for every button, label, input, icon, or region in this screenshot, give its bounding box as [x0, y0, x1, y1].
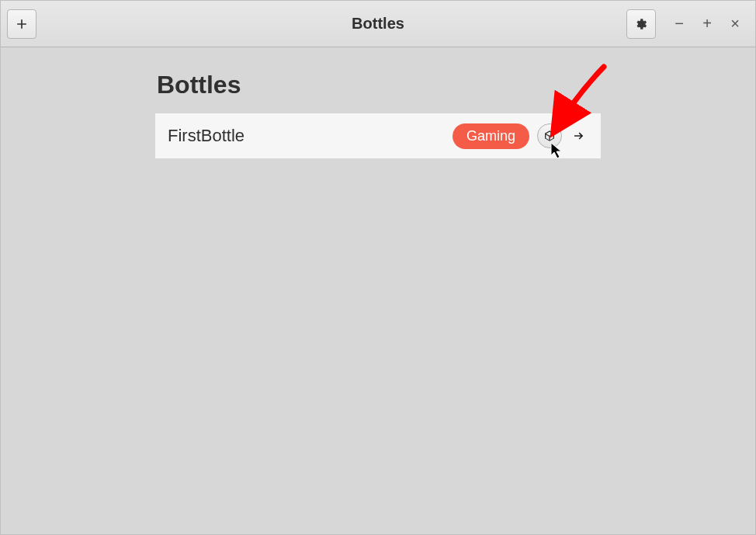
maximize-icon: + — [702, 15, 712, 33]
add-bottle-button[interactable] — [7, 9, 36, 39]
plus-icon — [15, 17, 29, 31]
settings-button[interactable] — [626, 9, 656, 39]
close-button[interactable]: × — [721, 9, 749, 39]
app-window: Bottles − + × Bottle — [0, 0, 756, 535]
main-content: Bottles FirstBottle Gaming — [1, 47, 755, 534]
bottle-type-badge: Gaming — [453, 123, 529, 149]
content-inner: Bottles FirstBottle Gaming — [155, 71, 601, 158]
window-controls: − + × — [665, 9, 749, 39]
bottle-row[interactable]: FirstBottle Gaming — [155, 113, 601, 158]
minimize-icon: − — [675, 15, 684, 33]
arrow-right-icon — [572, 129, 586, 143]
header-left — [7, 9, 36, 39]
header-right: − + × — [626, 9, 749, 39]
gear-icon — [634, 17, 648, 31]
open-bottle-button[interactable] — [570, 127, 588, 145]
run-executable-button[interactable] — [537, 123, 562, 148]
close-icon: × — [730, 15, 740, 33]
headerbar: Bottles − + × — [1, 1, 755, 47]
window-title: Bottles — [352, 15, 404, 33]
package-icon — [543, 130, 556, 142]
bottle-name: FirstBottle — [168, 126, 445, 146]
page-title: Bottles — [155, 71, 601, 99]
maximize-button[interactable]: + — [693, 9, 721, 39]
minimize-button[interactable]: − — [665, 9, 693, 39]
